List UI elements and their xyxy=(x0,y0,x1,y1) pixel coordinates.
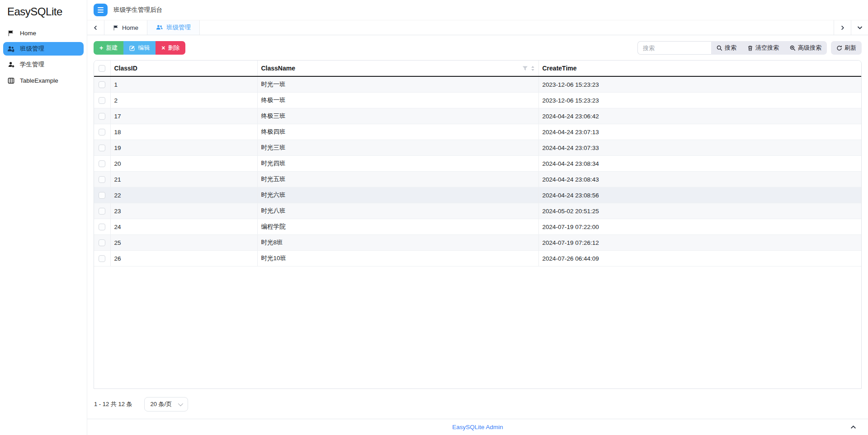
edit-icon xyxy=(129,45,135,51)
cell-classname: 时光10班 xyxy=(257,251,538,267)
row-checkbox[interactable] xyxy=(99,176,105,183)
advanced-search-button[interactable]: 高级搜索 xyxy=(784,41,827,55)
cell-createtime: 2024-04-24 23:08:43 xyxy=(538,172,861,187)
row-checkbox[interactable] xyxy=(99,81,105,88)
table-icon xyxy=(7,77,15,84)
pagination: 1 - 12 共 12 条 20 条/页 xyxy=(94,397,862,412)
sidebar-item-student-management[interactable]: 学生管理 xyxy=(3,58,84,71)
row-checkbox[interactable] xyxy=(99,129,105,136)
column-header-classid: ClassID xyxy=(110,61,257,76)
chevron-up-icon xyxy=(850,424,856,430)
tabs-scroll-right-button[interactable] xyxy=(834,20,851,35)
table-row[interactable]: 20时光四班2024-04-24 23:08:34 xyxy=(94,156,861,172)
row-checkbox[interactable] xyxy=(99,255,105,262)
table-row[interactable]: 26时光10班2024-07-26 06:44:09 xyxy=(94,251,861,267)
cell-createtime: 2024-05-02 20:51:25 xyxy=(538,203,861,219)
cell-classid: 25 xyxy=(110,235,257,251)
cell-classname: 时光一班 xyxy=(257,76,538,93)
search-input[interactable] xyxy=(637,41,711,55)
plus-icon: + xyxy=(99,45,103,51)
main-area: 班级学生管理后台 Home 班级管理 xyxy=(87,0,868,435)
row-checkbox[interactable] xyxy=(99,224,105,230)
sidebar-item-table-example[interactable]: TableExample xyxy=(3,74,84,87)
table-row[interactable]: 17终极三班2024-04-24 23:06:42 xyxy=(94,108,861,124)
cell-classid: 1 xyxy=(110,76,257,93)
sidebar-menu: Home 班级管理 学生管理 xyxy=(0,24,87,91)
cell-classid: 19 xyxy=(110,140,257,156)
filter-funnel-icon[interactable] xyxy=(522,65,528,71)
hamburger-menu-button[interactable] xyxy=(94,4,108,16)
tab-spacer xyxy=(200,20,834,35)
sidebar: EasySQLite Home 班级管理 xyxy=(0,0,87,435)
app-brand: EasySQLite xyxy=(0,0,87,24)
column-header-createtime: CreateTime xyxy=(538,61,861,76)
row-checkbox[interactable] xyxy=(99,113,105,120)
sidebar-item-label: 学生管理 xyxy=(20,61,44,69)
select-all-checkbox[interactable] xyxy=(99,65,105,72)
row-checkbox[interactable] xyxy=(99,192,105,199)
page-title: 班级学生管理后台 xyxy=(113,6,162,14)
tab-home[interactable]: Home xyxy=(104,20,147,35)
row-checkbox[interactable] xyxy=(99,97,105,104)
users-gear-icon xyxy=(7,45,15,53)
cell-classid: 21 xyxy=(110,172,257,187)
delete-button[interactable]: × 删除 xyxy=(156,41,185,55)
table-row[interactable]: 23时光八班2024-05-02 20:51:25 xyxy=(94,203,861,219)
tabs-scroll-left-button[interactable] xyxy=(87,20,104,35)
table-row[interactable]: 25时光8班2024-07-19 07:26:12 xyxy=(94,235,861,251)
flag-icon xyxy=(113,25,119,31)
cell-classname: 时光五班 xyxy=(257,172,538,187)
page-size-select[interactable]: 20 条/页 xyxy=(144,397,189,412)
user-gear-icon xyxy=(7,61,15,69)
refresh-button[interactable]: 刷新 xyxy=(831,41,862,55)
cell-classid: 24 xyxy=(110,219,257,235)
tab-bar: Home 班级管理 xyxy=(87,20,868,35)
table-row[interactable]: 22时光六班2024-04-24 23:08:56 xyxy=(94,187,861,203)
new-button[interactable]: + 新建 xyxy=(94,41,123,55)
footer: EasySQLite Admin xyxy=(87,419,868,435)
row-checkbox[interactable] xyxy=(99,160,105,167)
table-row[interactable]: 18终极四班2024-04-24 23:07:13 xyxy=(94,124,861,140)
table-card: ClassID ClassName CreateTime xyxy=(94,60,862,389)
row-checkbox[interactable] xyxy=(99,239,105,246)
tab-class-management[interactable]: 班级管理 xyxy=(147,20,200,35)
cell-classname: 终极四班 xyxy=(257,124,538,140)
cell-classname: 时光六班 xyxy=(257,187,538,203)
cell-createtime: 2024-07-19 07:26:12 xyxy=(538,235,861,251)
cell-classname: 时光八班 xyxy=(257,203,538,219)
cell-classname: 终极三班 xyxy=(257,108,538,124)
x-icon: × xyxy=(161,45,165,51)
sidebar-item-label: Home xyxy=(20,30,36,37)
row-checkbox[interactable] xyxy=(99,208,105,215)
sidebar-item-label: 班级管理 xyxy=(20,45,44,53)
table-row[interactable]: 2终极一班2023-12-06 15:23:23 xyxy=(94,93,861,108)
search-button[interactable]: 搜索 xyxy=(711,41,742,55)
footer-admin-link[interactable]: EasySQLite Admin xyxy=(452,424,503,430)
cell-classname: 时光四班 xyxy=(257,156,538,172)
row-checkbox[interactable] xyxy=(99,145,105,151)
edit-button[interactable]: 编辑 xyxy=(123,41,156,55)
table-row[interactable]: 24编程学院2024-07-19 07:22:00 xyxy=(94,219,861,235)
cell-classid: 17 xyxy=(110,108,257,124)
top-header: 班级学生管理后台 xyxy=(87,0,868,20)
table-body: 1时光一班2023-12-06 15:23:232终极一班2023-12-06 … xyxy=(94,76,861,267)
cell-classid: 2 xyxy=(110,93,257,108)
toolbar: + 新建 编辑 × 删除 xyxy=(94,41,862,55)
table-row[interactable]: 19时光三班2024-04-24 23:07:33 xyxy=(94,140,861,156)
sidebar-item-home[interactable]: Home xyxy=(3,26,84,40)
sidebar-item-class-management[interactable]: 班级管理 xyxy=(3,42,84,56)
crud-button-group: + 新建 编辑 × 删除 xyxy=(94,41,185,55)
cell-classname: 终极一班 xyxy=(257,93,538,108)
tab-label: 班级管理 xyxy=(166,23,191,32)
sort-icon[interactable] xyxy=(531,65,535,71)
table-row[interactable]: 1时光一班2023-12-06 15:23:23 xyxy=(94,76,861,93)
cell-classid: 23 xyxy=(110,203,257,219)
tabs-dropdown-button[interactable] xyxy=(851,20,868,35)
clear-search-button[interactable]: 清空搜索 xyxy=(742,41,784,55)
search-icon xyxy=(717,45,722,51)
scroll-to-top-button[interactable] xyxy=(850,424,856,430)
cell-classname: 时光8班 xyxy=(257,235,538,251)
flag-icon xyxy=(7,29,15,37)
table-row[interactable]: 21时光五班2024-04-24 23:08:43 xyxy=(94,172,861,187)
cell-createtime: 2024-04-24 23:07:13 xyxy=(538,124,861,140)
